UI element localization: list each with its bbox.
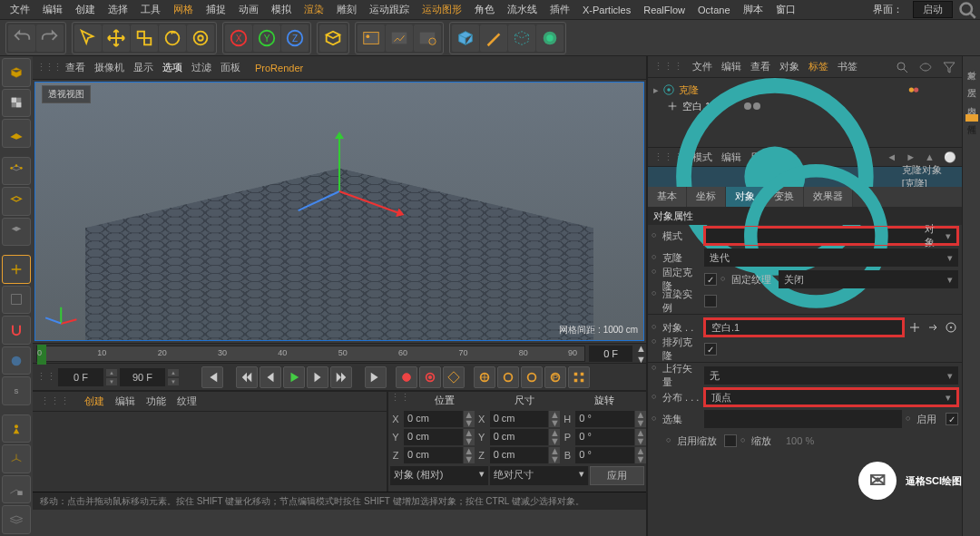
enable-checkbox[interactable]: [946, 413, 958, 425]
enable-scale-checkbox[interactable]: [724, 434, 737, 447]
rot-h-field[interactable]: 0 °: [575, 411, 634, 427]
nav-up-icon[interactable]: ▲: [925, 151, 935, 162]
menu-item[interactable]: 渲染: [298, 3, 330, 16]
vp-menu-item[interactable]: 显示: [133, 61, 153, 74]
key-param-button[interactable]: P: [544, 366, 566, 388]
symmetry-icon[interactable]: S: [2, 376, 31, 405]
prorender-label[interactable]: ProRender: [255, 63, 303, 73]
play-button[interactable]: [283, 366, 305, 388]
deformer[interactable]: [536, 24, 564, 52]
frame-spinner[interactable]: ▲▼: [636, 343, 646, 365]
keyframe-sel-button[interactable]: [443, 366, 465, 388]
goto-start-button[interactable]: [201, 366, 223, 388]
slim-tab[interactable]: 内容: [965, 96, 978, 103]
scale-tool[interactable]: [131, 24, 158, 52]
menu-item[interactable]: 选择: [102, 3, 134, 16]
menu-item[interactable]: 创建: [69, 3, 102, 16]
slim-tab[interactable]: 对象: [965, 60, 978, 67]
render-view[interactable]: [358, 24, 385, 52]
undo-button[interactable]: [8, 24, 35, 52]
menu-item[interactable]: 网格: [167, 3, 200, 16]
point-mode[interactable]: [2, 157, 31, 186]
menu-item[interactable]: 文件: [4, 3, 36, 16]
perspective-viewport[interactable]: 网格间距 : 1000 cm: [34, 82, 644, 341]
menu-item[interactable]: 插件: [544, 3, 576, 16]
key-pos-button[interactable]: [474, 366, 495, 388]
tab-basic[interactable]: 基本: [648, 187, 687, 207]
size-y-field[interactable]: 0 cm: [490, 429, 549, 445]
distribution-dropdown[interactable]: 顶点: [704, 388, 958, 406]
redo-button[interactable]: [36, 24, 64, 52]
gizmo-y-axis[interactable]: [338, 137, 340, 191]
menu-item[interactable]: X-Particles: [576, 5, 637, 15]
next-key-button[interactable]: [330, 366, 352, 388]
snap-toggle[interactable]: [2, 316, 31, 345]
menu-item[interactable]: 运动图形: [416, 3, 468, 16]
key-pla-button[interactable]: [568, 366, 590, 388]
menu-item[interactable]: 雕刻: [330, 3, 363, 16]
y-axis-lock[interactable]: Y: [253, 24, 280, 52]
layer-lock-icon[interactable]: [2, 475, 31, 504]
menu-item[interactable]: 运动跟踪: [363, 3, 416, 16]
menu-item[interactable]: 角色: [468, 3, 501, 16]
range-end-field[interactable]: 90 F: [120, 368, 165, 386]
spinner[interactable]: ▲▼: [167, 368, 180, 386]
slim-tab[interactable]: 属性: [965, 114, 978, 122]
mat-menu-item[interactable]: 功能: [146, 395, 166, 408]
menu-item[interactable]: 窗口: [769, 3, 802, 16]
lock-icon[interactable]: ⚪: [944, 151, 956, 163]
texture-mode[interactable]: [2, 89, 31, 118]
key-scale-button[interactable]: [497, 366, 519, 388]
range-start-field[interactable]: 0 F: [58, 368, 103, 386]
panel-grip-icon[interactable]: ⋮⋮⋮: [36, 62, 56, 73]
rot-p-field[interactable]: 0 °: [575, 429, 634, 445]
record-button[interactable]: [396, 366, 417, 388]
edge-mode[interactable]: [2, 187, 31, 216]
vp-menu-item[interactable]: 摄像机: [94, 61, 124, 74]
axis-mode[interactable]: [2, 255, 31, 284]
menu-item[interactable]: RealFlow: [637, 5, 691, 15]
z-axis-lock[interactable]: Z: [281, 24, 309, 52]
menu-item[interactable]: 流水线: [501, 3, 544, 16]
layer-icon[interactable]: [2, 505, 31, 534]
primitive-cube[interactable]: [452, 24, 479, 52]
coord-system[interactable]: [319, 24, 347, 52]
key-rot-button[interactable]: [521, 366, 543, 388]
menu-item[interactable]: 捕捉: [200, 3, 232, 16]
size-z-field[interactable]: 0 cm: [490, 447, 549, 463]
menu-item[interactable]: 编辑: [36, 3, 69, 16]
rotate-tool[interactable]: [159, 24, 186, 52]
vp-menu-item[interactable]: 过滤: [191, 61, 211, 74]
prev-key-button[interactable]: [236, 366, 258, 388]
eye-icon[interactable]: [918, 60, 933, 74]
pos-z-field[interactable]: 0 cm: [404, 447, 463, 463]
vp-menu-item[interactable]: 面板: [220, 61, 240, 74]
mat-menu-item[interactable]: 纹理: [177, 395, 197, 408]
goto-end-button[interactable]: [365, 366, 387, 388]
pos-y-field[interactable]: 0 cm: [404, 429, 463, 445]
render-instance-checkbox[interactable]: [704, 295, 717, 307]
generator[interactable]: [508, 24, 535, 52]
next-frame-button[interactable]: [307, 366, 328, 388]
x-axis-lock[interactable]: X: [225, 24, 252, 52]
spinner[interactable]: ▲▼: [105, 368, 118, 386]
layout-dropdown[interactable]: 启动: [913, 1, 953, 18]
clone-dropdown[interactable]: 迭代: [704, 249, 958, 267]
search-icon[interactable]: [895, 60, 909, 74]
slim-tab[interactable]: 层次: [965, 78, 978, 85]
last-tool[interactable]: [187, 24, 214, 52]
timeline-ruler[interactable]: 0 10 20 30 40 50 60 70 80 90 0 F ▲▼: [33, 343, 646, 363]
prev-frame-button[interactable]: [260, 366, 281, 388]
autokey-button[interactable]: [419, 366, 441, 388]
filter-icon[interactable]: [942, 60, 956, 74]
mat-menu-item[interactable]: 编辑: [115, 395, 135, 408]
vp-menu-item[interactable]: 选项: [162, 61, 182, 74]
arrange-checkbox[interactable]: [704, 343, 717, 356]
object-link-field[interactable]: 空白.1: [704, 318, 904, 336]
move-tool[interactable]: [103, 24, 130, 52]
arrow-right-icon[interactable]: [926, 320, 940, 335]
viewport-solo[interactable]: [2, 286, 31, 315]
mat-menu-item[interactable]: 创建: [84, 395, 104, 408]
model-mode[interactable]: [2, 58, 31, 87]
position-mode-dropdown[interactable]: 对象 (相对)▾: [390, 466, 488, 485]
